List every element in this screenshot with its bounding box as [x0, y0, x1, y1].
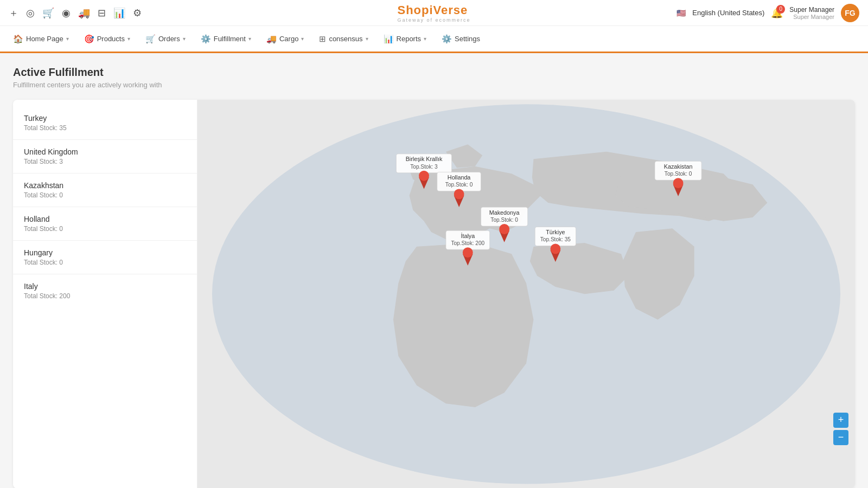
fulfillment-stock-4: Total Stock: 0 [24, 225, 186, 233]
nav-item-fulfillment[interactable]: ⚙️ Fulfillment ▾ [194, 31, 258, 47]
user-info: Super Manager Super Manager [789, 6, 834, 20]
user-role: Super Manager [789, 14, 834, 20]
map-area: Birleşik Krallık Top.Stok: 3 Hollanda To… [197, 100, 855, 488]
fulfillment-name-4: Holland [24, 215, 186, 223]
svg-text:Top.Stok: 0: Top.Stok: 0 [665, 171, 692, 177]
svg-text:Top.Stok: 0: Top.Stok: 0 [445, 182, 473, 188]
nav-icon-home: 🏠 [13, 34, 23, 44]
fulfillment-item-4[interactable]: Holland Total Stock: 0 [13, 207, 197, 241]
nav-label-cargo: Cargo [279, 35, 298, 43]
navbar: 🏠 Home Page ▾ 🎯 Products ▾ 🛒 Orders ▾ ⚙️… [0, 26, 868, 53]
fulfillment-name-3: Kazakhstan [24, 181, 186, 190]
nav-icon-fulfillment: ⚙️ [201, 34, 211, 44]
zoom-in-button[interactable]: + [833, 413, 848, 428]
chevron-home-icon: ▾ [66, 36, 69, 42]
page-title: Active Fulfillment [13, 66, 855, 79]
svg-text:Top.Stok: 0: Top.Stok: 0 [490, 217, 518, 223]
nav-label-products: Products [97, 35, 125, 43]
svg-text:Top.Stok: 3: Top.Stok: 3 [410, 164, 438, 170]
svg-text:Hollanda: Hollanda [448, 174, 471, 181]
nav-item-settings[interactable]: ⚙️ Settings [435, 31, 487, 47]
nav-icon-products: 🎯 [84, 34, 94, 44]
top-toolbar: ＋ ◎ 🛒 ◉ 🚚 ⊟ 📊 ⚙ ShopiVerse Gateway of ec… [0, 0, 868, 26]
user-name: Super Manager [789, 6, 834, 14]
fulfillment-name-5: Hungary [24, 248, 186, 257]
language-label[interactable]: English (United States) [692, 9, 764, 17]
page-subtitle: Fulfillment centers you are actively wor… [13, 81, 855, 89]
content-area: Turkey Total Stock: 35 United Kingdom To… [13, 100, 855, 488]
nav-item-orders[interactable]: 🛒 Orders ▾ [139, 31, 192, 47]
plus-icon[interactable]: ＋ [9, 7, 18, 20]
svg-point-15 [673, 178, 684, 188]
flag-icon: 🇺🇸 [676, 9, 686, 17]
nav-item-products[interactable]: 🎯 Products ▾ [78, 31, 137, 47]
svg-text:İtalya: İtalya [461, 233, 475, 239]
chevron-consensus-icon: ▾ [366, 36, 368, 42]
svg-text:Kazakistan: Kazakistan [664, 163, 693, 170]
logo-area: ShopiVerse Gateway of ecommerce [397, 3, 470, 23]
fulfillment-stock-5: Total Stock: 0 [24, 259, 186, 266]
fulfillment-item-6[interactable]: Italy Total Stock: 200 [13, 274, 197, 307]
zoom-out-button[interactable]: − [833, 430, 848, 445]
logo-sub: Gateway of ecommerce [397, 17, 470, 23]
fulfillment-stock-3: Total Stock: 0 [24, 191, 186, 199]
avatar[interactable]: FG [841, 4, 859, 22]
svg-text:Birleşik Krallık: Birleşik Krallık [406, 156, 443, 162]
fulfillment-stock-2: Total Stock: 3 [24, 158, 186, 165]
nav-label-home: Home Page [26, 35, 63, 43]
nav-item-cargo[interactable]: 🚚 Cargo ▾ [260, 31, 310, 47]
map-svg: Birleşik Krallık Top.Stok: 3 Hollanda To… [197, 100, 855, 488]
svg-point-5 [419, 171, 429, 181]
chevron-fulfillment-icon: ▾ [248, 36, 251, 42]
fulfillment-item-3[interactable]: Kazakhstan Total Stock: 0 [13, 174, 197, 207]
truck-icon[interactable]: 🚚 [78, 7, 90, 19]
notification-button[interactable]: 🔔 0 [771, 7, 783, 19]
fulfillment-name-1: Turkey [24, 114, 186, 123]
fulfillment-name-2: United Kingdom [24, 147, 186, 156]
fulfillment-name-6: Italy [24, 282, 186, 291]
nav-label-fulfillment: Fulfillment [214, 35, 246, 43]
main-content: Active Fulfillment Fulfillment centers y… [0, 53, 868, 488]
fulfillment-stock-1: Total Stock: 35 [24, 124, 186, 132]
settings-circle-icon[interactable]: ◉ [62, 7, 71, 19]
fulfillment-item-5[interactable]: Hungary Total Stock: 0 [13, 241, 197, 274]
sliders-icon[interactable]: ⊟ [98, 7, 106, 19]
nav-label-reports: Reports [397, 35, 422, 43]
svg-point-30 [550, 243, 560, 254]
nav-label-orders: Orders [158, 35, 180, 43]
nav-item-home[interactable]: 🏠 Home Page ▾ [7, 31, 75, 47]
nav-icon-consensus: ⊞ [319, 34, 326, 44]
fulfillment-list: Turkey Total Stock: 35 United Kingdom To… [13, 100, 197, 488]
svg-text:Top.Stok: 35: Top.Stok: 35 [540, 236, 571, 242]
chevron-products-icon: ▾ [127, 36, 130, 42]
fulfillment-item-2[interactable]: United Kingdom Total Stock: 3 [13, 140, 197, 174]
toolbar-left: ＋ ◎ 🛒 ◉ 🚚 ⊟ 📊 ⚙ [9, 7, 142, 20]
svg-text:Makedonya: Makedonya [489, 209, 520, 216]
svg-text:Türkiye: Türkiye [546, 229, 565, 235]
chevron-cargo-icon: ▾ [301, 36, 304, 42]
map-zoom-buttons: + − [833, 413, 848, 445]
toolbar-right: 🇺🇸 English (United States) 🔔 0 Super Man… [676, 4, 859, 22]
svg-point-10 [454, 189, 464, 199]
chevron-reports-icon: ▾ [424, 36, 426, 42]
nav-icon-reports: 📊 [384, 34, 394, 44]
svg-point-25 [463, 247, 473, 258]
compass-icon[interactable]: ◎ [26, 7, 35, 19]
nav-label-settings: Settings [455, 35, 480, 43]
gear-icon[interactable]: ⚙ [133, 7, 142, 19]
svg-text:Top.Stok: 200: Top.Stok: 200 [451, 240, 484, 246]
nav-icon-orders: 🛒 [145, 34, 156, 44]
barchart-icon[interactable]: 📊 [113, 7, 125, 19]
fulfillment-stock-6: Total Stock: 200 [24, 292, 186, 300]
nav-item-reports[interactable]: 📊 Reports ▾ [377, 31, 433, 47]
nav-label-consensus: consensus [329, 35, 362, 43]
nav-item-consensus[interactable]: ⊞ consensus ▾ [312, 31, 374, 47]
nav-icon-cargo: 🚚 [266, 34, 277, 44]
chevron-orders-icon: ▾ [183, 36, 186, 42]
notification-badge: 0 [776, 5, 785, 14]
nav-icon-settings: ⚙️ [442, 34, 452, 44]
svg-point-20 [499, 224, 509, 234]
fulfillment-item-1[interactable]: Turkey Total Stock: 35 [13, 106, 197, 140]
cart-icon[interactable]: 🛒 [42, 7, 54, 19]
logo-text: ShopiVerse [397, 3, 468, 17]
